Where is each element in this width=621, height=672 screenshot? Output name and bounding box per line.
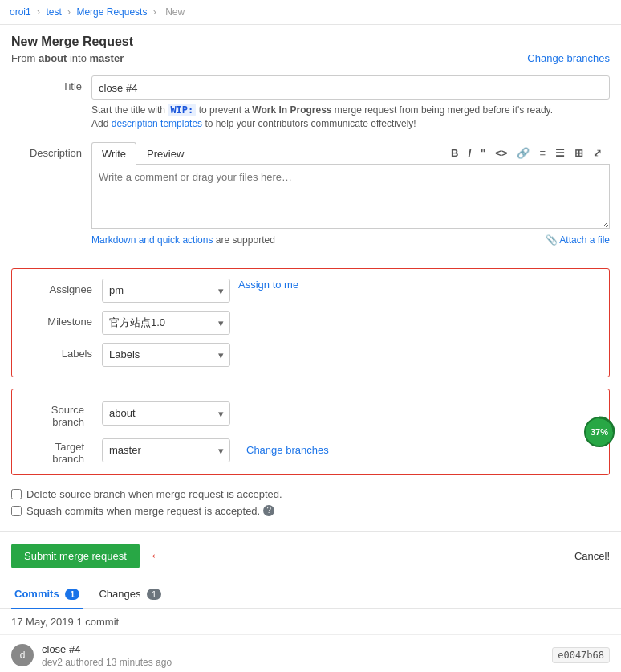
progress-percent: 37% xyxy=(591,427,608,437)
desc-tabs: Write Preview B I " <> 🔗 ≡ ☰ ⊞ ⤢ xyxy=(91,142,610,165)
tab-commits[interactable]: Commits 1 xyxy=(11,580,83,609)
milestone-row: Milestone 官方站点1.0 xyxy=(22,311,599,335)
changes-badge: 1 xyxy=(147,589,161,600)
desc-toolbar: B I " <> 🔗 ≡ ☰ ⊞ ⤢ xyxy=(443,142,610,164)
title-input-wrapper: Start the title with WIP: to prevent a W… xyxy=(91,75,610,131)
breadcrumb-current: New xyxy=(165,6,185,18)
attach-file[interactable]: 📎 Attach a file xyxy=(546,234,610,246)
branch-info: From about into master Change branches xyxy=(11,52,610,64)
title-label: Title xyxy=(11,75,91,92)
table-button[interactable]: ⊞ xyxy=(571,145,586,161)
tabs-bar: Commits 1 Changes 1 xyxy=(0,580,621,609)
quote-button[interactable]: " xyxy=(477,145,489,161)
progress-circle: 37% xyxy=(581,413,618,450)
squash-commits-row: Squash commits when merge request is acc… xyxy=(11,505,610,517)
title-input[interactable] xyxy=(91,75,610,100)
into-label: into xyxy=(70,52,90,64)
title-row: Title Start the title with WIP: to preve… xyxy=(11,75,610,131)
submit-button[interactable]: Submit merge request xyxy=(11,544,140,568)
breadcrumb-sep3: › xyxy=(153,6,156,18)
markdown-link[interactable]: Markdown and quick actions xyxy=(91,234,213,246)
progress-circle-wrapper: 37% xyxy=(581,413,618,450)
code-button[interactable]: <> xyxy=(492,145,510,161)
list-ul-button[interactable]: ≡ xyxy=(536,145,549,161)
desc-footer: Markdown and quick actions are supported… xyxy=(91,231,610,249)
from-label: From xyxy=(11,52,35,64)
tab-write[interactable]: Write xyxy=(91,142,136,165)
checkboxes-section: Delete source branch when merge request … xyxy=(0,483,621,527)
description-textarea[interactable] xyxy=(91,165,610,229)
source-branch-select[interactable]: about xyxy=(102,401,230,426)
change-branches-link[interactable]: Change branches xyxy=(527,52,610,64)
squash-commits-checkbox[interactable] xyxy=(11,506,22,516)
breadcrumb-sep2: › xyxy=(67,6,71,18)
labels-select-wrapper: Labels xyxy=(102,343,230,367)
breadcrumb-sep1: › xyxy=(37,6,40,18)
wip-badge: WIP: xyxy=(168,104,196,116)
to-branch: master xyxy=(90,52,124,64)
labels-select[interactable]: Labels xyxy=(102,343,230,367)
breadcrumb: oroi1 › test › Merge Requests › New xyxy=(0,0,621,25)
fullscreen-button[interactable]: ⤢ xyxy=(590,145,605,161)
assignee-row: Assignee pm Assign to me xyxy=(22,279,599,303)
labels-label: Labels xyxy=(22,343,102,360)
tab-preview[interactable]: Preview xyxy=(136,142,194,165)
from-branch: about xyxy=(39,52,67,64)
commit-info: close #4 dev2 authored 13 minutes ago xyxy=(42,643,544,668)
description-row: Description Write Preview B I " <> 🔗 ≡ ☰… xyxy=(11,142,610,249)
change-branches-link-2[interactable]: Change branches xyxy=(246,444,329,456)
delete-source-checkbox[interactable] xyxy=(11,489,22,499)
tab-changes[interactable]: Changes 1 xyxy=(95,580,164,609)
source-branch-select-wrapper: about xyxy=(102,401,230,426)
assign-to-me-link[interactable]: Assign to me xyxy=(238,279,298,291)
branch-section: Source branch about Target branch master… xyxy=(11,389,610,475)
commits-badge: 1 xyxy=(65,589,79,600)
page-title: New Merge Request xyxy=(11,35,610,49)
form-section: Title Start the title with WIP: to preve… xyxy=(0,67,621,268)
markdown-hint: Markdown and quick actions are supported xyxy=(91,234,275,246)
bold-button[interactable]: B xyxy=(448,145,461,161)
arrow-indicator: ← xyxy=(149,548,164,564)
cancel-button[interactable]: Cancel! xyxy=(574,550,610,562)
assignee-select-wrapper: pm xyxy=(102,279,230,303)
delete-source-label: Delete source branch when merge request … xyxy=(26,488,282,500)
commit-item: d close #4 dev2 authored 13 minutes ago … xyxy=(0,635,621,672)
branch-section-wrapper: Source branch about Target branch master… xyxy=(11,389,610,475)
target-branch-row: Target branch master Change branches xyxy=(22,436,599,465)
breadcrumb-project[interactable]: test xyxy=(46,6,61,18)
attach-icon: 📎 xyxy=(546,234,558,246)
commit-meta: dev2 authored 13 minutes ago xyxy=(42,657,544,668)
help-icon[interactable]: ? xyxy=(263,505,274,516)
milestone-select-wrapper: 官方站点1.0 xyxy=(102,311,230,335)
page-header: New Merge Request From about into master… xyxy=(0,25,621,67)
labels-row: Labels Labels xyxy=(22,343,599,367)
breadcrumb-section[interactable]: Merge Requests xyxy=(76,6,147,18)
assignee-label: Assignee xyxy=(22,279,102,295)
description-label: Description xyxy=(11,142,91,159)
wip-hint: Start the title with WIP: to prevent a W… xyxy=(91,104,610,131)
target-branch-select[interactable]: master xyxy=(102,438,230,462)
milestone-select[interactable]: 官方站点1.0 xyxy=(102,311,230,335)
submit-row: Submit merge request ← Cancel! xyxy=(0,531,621,580)
assignee-select[interactable]: pm xyxy=(102,279,230,303)
description-templates-link[interactable]: description templates xyxy=(112,118,202,129)
source-branch-row: Source branch about xyxy=(22,399,599,428)
commit-hash[interactable]: e0047b68 xyxy=(552,647,610,663)
milestone-label: Milestone xyxy=(22,311,102,328)
italic-button[interactable]: I xyxy=(465,145,474,161)
squash-commits-label: Squash commits when merge request is acc… xyxy=(26,505,260,517)
target-branch-label: Target branch xyxy=(22,436,94,465)
commit-title: close #4 xyxy=(42,643,544,655)
source-branch-label: Source branch xyxy=(22,399,94,428)
link-button[interactable]: 🔗 xyxy=(513,145,533,161)
target-branch-select-wrapper: master xyxy=(102,438,230,462)
description-wrapper: Write Preview B I " <> 🔗 ≡ ☰ ⊞ ⤢ Markdow… xyxy=(91,142,610,249)
avatar: d xyxy=(11,644,34,666)
list-ol-button[interactable]: ☰ xyxy=(552,145,568,161)
commit-date: 17 May, 2019 1 commit xyxy=(0,609,621,635)
meta-section-top: Assignee pm Assign to me Milestone 官方站点1… xyxy=(11,268,610,377)
delete-source-row: Delete source branch when merge request … xyxy=(11,488,610,500)
breadcrumb-user[interactable]: oroi1 xyxy=(10,6,31,18)
